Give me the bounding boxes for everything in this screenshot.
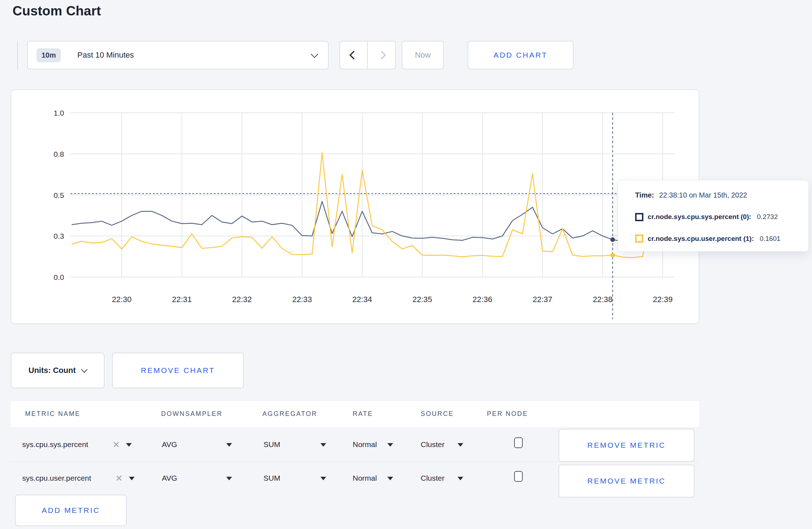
chart-tooltip: Time: 22:38:10 on Mar 15th, 2022 cr.node… (618, 180, 809, 252)
remove-metric-button[interactable]: REMOVE METRIC (559, 429, 695, 462)
aggregator-select[interactable]: SUM (264, 474, 280, 482)
aggregator-caret-icon[interactable] (320, 443, 326, 447)
svg-text:22:33: 22:33 (292, 295, 312, 304)
svg-text:0.5: 0.5 (54, 191, 64, 199)
per-node-checkbox[interactable] (514, 437, 523, 448)
rate-select[interactable]: Normal (353, 474, 377, 482)
tooltip-metric-label: cr.node.sys.cpu.user.percent (1): (648, 235, 754, 243)
svg-text:22:37: 22:37 (533, 295, 552, 304)
page-title: Custom Chart (13, 4, 101, 19)
svg-text:22:32: 22:32 (232, 295, 252, 304)
clear-metric-icon[interactable]: ✕ (115, 473, 123, 484)
series-swatch-icon (635, 234, 643, 243)
metric-name-value[interactable]: sys.cpu.sys.percent (22, 440, 88, 449)
svg-text:0.0: 0.0 (54, 273, 64, 281)
row-divider (11, 462, 699, 462)
tooltip-metric-value: 0.2732 (757, 213, 778, 221)
aggregator-caret-icon[interactable] (320, 477, 326, 480)
clear-metric-icon[interactable]: ✕ (112, 440, 120, 450)
source-select[interactable]: Cluster (421, 440, 445, 449)
chevron-down-icon (311, 50, 318, 58)
time-range-badge: 10m (37, 48, 61, 62)
per-node-checkbox[interactable] (514, 471, 523, 482)
chevron-right-icon (377, 50, 386, 59)
tooltip-time-value: 22:38:10 on Mar 15th, 2022 (659, 191, 747, 199)
time-range-dropdown[interactable]: 10m Past 10 Minutes (27, 41, 329, 69)
time-back-button[interactable] (340, 42, 368, 69)
svg-text:22:36: 22:36 (473, 295, 492, 304)
remove-metric-button[interactable]: REMOVE METRIC (559, 465, 695, 498)
source-select[interactable]: Cluster (421, 474, 445, 482)
series-swatch-icon (635, 213, 643, 221)
col-header-downsampler: DOWNSAMPLER (161, 410, 223, 418)
tooltip-time-row: Time: 22:38:10 on Mar 15th, 2022 (635, 191, 801, 199)
tooltip-series-row: cr.node.sys.cpu.user.percent (1): 0.1601 (635, 234, 801, 243)
downsampler-select[interactable]: AVG (162, 440, 177, 449)
rate-select[interactable]: Normal (353, 440, 377, 449)
remove-chart-button[interactable]: REMOVE CHART (112, 353, 244, 388)
aggregator-select[interactable]: SUM (264, 440, 280, 449)
source-caret-icon[interactable] (458, 443, 463, 447)
col-header-source: SOURCE (421, 410, 454, 418)
metric-dropdown-caret-icon[interactable] (126, 443, 132, 447)
rate-caret-icon[interactable] (387, 477, 393, 480)
svg-text:1.0: 1.0 (54, 109, 64, 117)
col-header-per-node: PER NODE (487, 410, 528, 418)
svg-text:22:38: 22:38 (593, 295, 613, 304)
metric-name-value[interactable]: sys.cpu.user.percent (22, 474, 91, 482)
units-label: Units: Count (29, 366, 76, 375)
source-caret-icon[interactable] (458, 477, 463, 480)
col-header-rate: RATE (353, 410, 373, 418)
svg-text:0.8: 0.8 (54, 150, 64, 158)
tooltip-metric-label: cr.node.sys.cpu.sys.percent (0): (648, 213, 751, 221)
tooltip-metric-value: 0.1601 (760, 235, 780, 243)
svg-text:22:39: 22:39 (653, 295, 673, 304)
chevron-left-icon (349, 50, 358, 59)
time-nav-group (339, 41, 396, 69)
now-button[interactable]: Now (402, 41, 444, 69)
svg-text:22:31: 22:31 (172, 295, 192, 304)
downsampler-caret-icon[interactable] (226, 443, 232, 447)
svg-text:22:35: 22:35 (412, 295, 432, 304)
time-range-label: Past 10 Minutes (77, 50, 134, 60)
tooltip-series-row: cr.node.sys.cpu.sys.percent (0): 0.2732 (635, 213, 801, 221)
rate-caret-icon[interactable] (387, 443, 393, 447)
chart-card: 0.00.30.50.81.022:3022:3122:3222:3322:34… (11, 89, 699, 324)
cpu-usage-chart: 0.00.30.50.81.022:3022:3122:3222:3322:34… (11, 90, 699, 323)
add-chart-button[interactable]: ADD CHART (468, 41, 574, 69)
custom-chart-page: Custom Chart 10m Past 10 Minutes Now ADD… (0, 0, 812, 529)
chevron-down-icon (81, 366, 88, 373)
col-header-aggregator: AGGREGATOR (262, 410, 317, 418)
add-metric-button[interactable]: ADD METRIC (15, 495, 127, 526)
tooltip-time-label: Time: (635, 191, 654, 199)
svg-text:22:34: 22:34 (352, 295, 372, 304)
downsampler-caret-icon[interactable] (226, 477, 232, 480)
svg-text:0.3: 0.3 (54, 232, 64, 240)
metric-dropdown-caret-icon[interactable] (129, 477, 135, 480)
downsampler-select[interactable]: AVG (162, 474, 177, 482)
toolbar-divider (17, 41, 18, 69)
col-header-metric-name: METRIC NAME (25, 410, 81, 418)
time-forward-button[interactable] (368, 42, 395, 69)
units-dropdown[interactable]: Units: Count (11, 353, 105, 388)
svg-text:22:30: 22:30 (112, 295, 131, 304)
